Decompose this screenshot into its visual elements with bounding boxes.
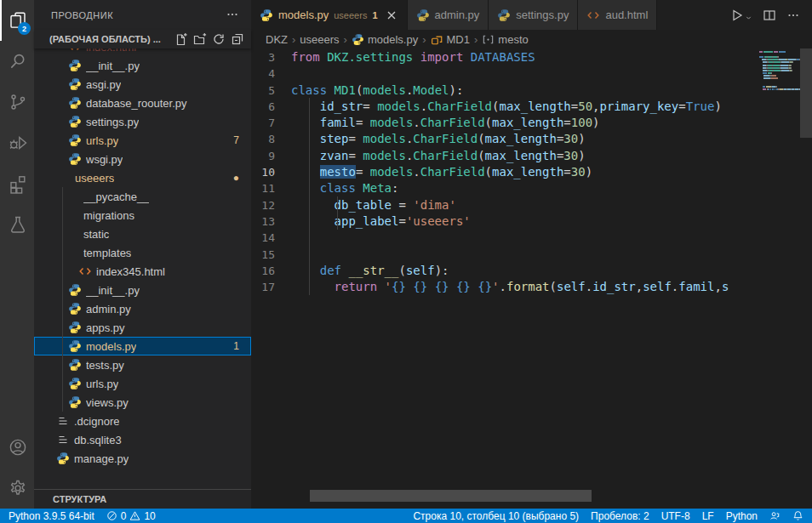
html-file-icon: [78, 264, 92, 278]
workspace-section-header[interactable]: (РАБОЧАЯ ОБЛАСТЬ) ...: [34, 30, 251, 48]
code-line-5: 5class MD1(models.Model):: [251, 82, 759, 99]
status-feedback[interactable]: [769, 510, 781, 521]
tree-file-__init__.py[interactable]: __init__.py: [34, 56, 251, 75]
python-file-icon: [68, 358, 82, 372]
code-text: class MD1(models.Model):: [291, 82, 463, 99]
tree-file-index.html[interactable]: index.html: [34, 48, 251, 56]
twistie-collapsed: [68, 208, 82, 222]
warning-icon: [129, 510, 140, 521]
breadcrumb-separator: ›: [344, 33, 347, 46]
status-warning-count: 10: [144, 510, 155, 522]
tree-file-views.py[interactable]: views.py: [34, 393, 251, 412]
status-encoding[interactable]: UTF-8: [661, 510, 690, 522]
tree-file-.dcignore[interactable]: .dcignore: [34, 412, 251, 430]
status-indentation[interactable]: Пробелов: 2: [591, 510, 649, 522]
collapse-all-icon: [231, 32, 244, 46]
status-language-mode[interactable]: Python: [726, 510, 758, 522]
refresh-icon: [212, 32, 226, 46]
python-file-icon: [68, 302, 82, 316]
tree-folder-useeers[interactable]: useeers●: [34, 168, 251, 187]
collapse-folders-button[interactable]: [231, 32, 244, 46]
activity-bar-item-search[interactable]: [0, 41, 34, 82]
activity-bar-item-extensions[interactable]: [0, 163, 34, 204]
refresh-explorer-button[interactable]: [212, 32, 226, 46]
tree-file-admin.py[interactable]: admin.py: [34, 299, 251, 318]
more-actions-button[interactable]: [786, 9, 800, 22]
tree-file-index345.html[interactable]: index345.html: [34, 262, 251, 281]
vertical-scrollbar-thumb[interactable]: [800, 48, 812, 138]
code-text: from DKZ.settings import DATABASES: [291, 49, 535, 65]
activity-bar-item-explorer[interactable]: 2: [0, 0, 34, 41]
tree-folder-static[interactable]: static: [34, 225, 251, 243]
html-file-icon: [68, 48, 82, 54]
more-actions-icon: [226, 8, 239, 21]
tree-file-tests.py[interactable]: tests.py: [34, 355, 251, 374]
tree-file-__init__.py[interactable]: __init__.py: [34, 281, 251, 299]
breadcrumb-label: useeers: [300, 33, 339, 46]
activity-bar-item-testing[interactable]: [0, 204, 34, 245]
line-number: 14: [251, 230, 291, 246]
breadcrumb-separator: ›: [292, 33, 295, 46]
file-label: __init__.py: [86, 284, 140, 297]
tree-file-db.sqlite3[interactable]: db.sqlite3: [34, 430, 251, 449]
workspace-section-label: (РАБОЧАЯ ОБЛАСТЬ) ...: [49, 34, 161, 44]
tab-settings.py[interactable]: settings.py: [489, 0, 578, 30]
code-text: id_str= models.CharField(max_length=50,p…: [291, 99, 722, 115]
new-file-button[interactable]: [174, 32, 188, 46]
breadcrumb-MD1[interactable]: MD1: [431, 33, 470, 46]
chevron-down-icon: [745, 11, 752, 19]
breadcrumb-useeers[interactable]: useeers: [300, 33, 339, 46]
activity-bar-item-accounts[interactable]: [0, 427, 34, 468]
status-problems[interactable]: 010: [106, 510, 156, 522]
html-file-icon: [78, 264, 92, 278]
tree-folder-migrations[interactable]: migrations: [34, 206, 251, 225]
code-editor[interactable]: 3from DKZ.settings import DATABASES45cla…: [251, 49, 759, 509]
account-icon: [8, 437, 28, 458]
run-python-file-button[interactable]: [730, 9, 752, 22]
tree-file-urls.py[interactable]: urls.py7: [34, 131, 251, 150]
html-file-icon: [586, 9, 600, 22]
tree-file-manage.py[interactable]: manage.py: [34, 449, 251, 468]
breadcrumb-mesto[interactable]: mesto: [482, 33, 528, 46]
status-notifications[interactable]: [792, 510, 803, 521]
tab-admin.py[interactable]: admin.py: [408, 0, 489, 30]
tree-file-wsgi.py[interactable]: wsgi.py: [34, 150, 251, 168]
tree-file-apps.py[interactable]: apps.py: [34, 318, 251, 337]
clipped-tree-row: index.html: [34, 48, 251, 56]
code-line-15: 15: [251, 247, 759, 263]
python-file-icon: [68, 152, 82, 166]
code-line-13: 13 app_label='useeers': [251, 213, 759, 230]
indent-guide: [337, 196, 338, 230]
minimap[interactable]: [759, 50, 800, 509]
python-file-icon: [68, 395, 82, 409]
tab-close-button[interactable]: [385, 9, 398, 22]
tree-file-asgi.py[interactable]: asgi.py: [34, 75, 251, 94]
status-eol-sequence[interactable]: LF: [702, 510, 714, 522]
tree-file-urls.py[interactable]: urls.py: [34, 374, 251, 393]
html-file-icon: [68, 48, 82, 54]
new-folder-button[interactable]: [193, 32, 207, 46]
tab-aud.html[interactable]: aud.html: [578, 0, 657, 30]
more-icon: [786, 9, 800, 22]
breadcrumb-DKZ[interactable]: DKZ: [266, 33, 288, 46]
tree-file-database_roouter.py[interactable]: database_roouter.py: [34, 94, 251, 112]
activity-bar-item-run-and-debug[interactable]: [0, 122, 34, 163]
code-text: famil= models.CharField(max_length=100): [291, 115, 600, 131]
status-cursor-position[interactable]: Строка 10, столбец 10 (выбрано 5): [413, 510, 579, 522]
split-editor-button[interactable]: [763, 9, 776, 22]
outline-section-header[interactable]: СТРУКТУРА: [34, 489, 251, 509]
activity-bar-item-source-control[interactable]: [0, 82, 34, 122]
tree-indent-guide: [62, 187, 63, 412]
tree-folder-__pycache__[interactable]: __pycache__: [34, 187, 251, 206]
status-python-interpreter[interactable]: Python 3.9.5 64-bit: [9, 510, 94, 522]
python-file-icon: [68, 115, 82, 128]
breadcrumb-models.py[interactable]: models.py: [352, 33, 418, 46]
horizontal-scrollbar-thumb[interactable]: [310, 490, 592, 502]
tree-folder-templates[interactable]: templates: [34, 243, 251, 262]
explorer-more-actions-icon[interactable]: [226, 8, 239, 23]
tree-file-settings.py[interactable]: settings.py: [34, 112, 251, 131]
status-error-count: 0: [121, 510, 127, 522]
tab-models.py[interactable]: models.pyuseeers1: [251, 0, 408, 30]
tree-file-models.py[interactable]: models.py1: [34, 337, 251, 355]
activity-bar-item-manage-settings[interactable]: [0, 468, 34, 509]
